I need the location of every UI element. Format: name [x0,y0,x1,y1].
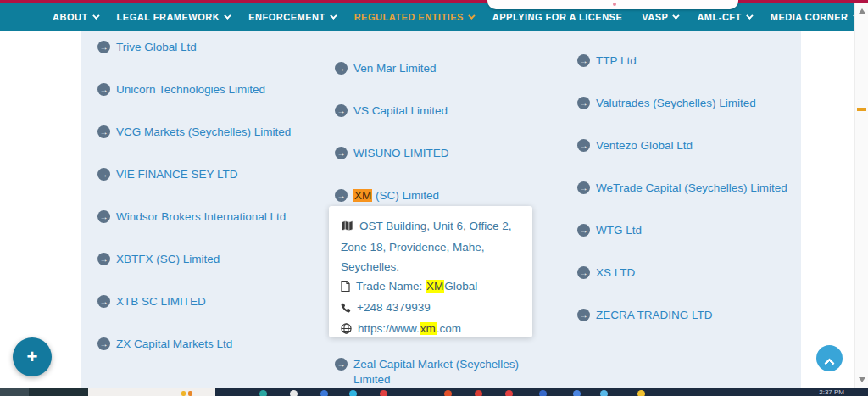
entity-link[interactable]: →XS LTD [577,265,801,281]
arrow-circle-icon: → [97,83,110,96]
arrow-circle-icon: → [97,210,110,223]
entity-name: VCG Markets (Seychelles) Limited [116,125,291,140]
taskbar-app-icon[interactable] [380,390,387,396]
arrow-circle-icon: → [335,62,348,75]
browser-scrollbar[interactable] [854,3,868,388]
entity-name: TTP Ltd [596,53,637,69]
entity-link[interactable]: →VIE FINANCE SEY LTD [97,167,333,182]
entity-name: XBTFX (SC) Limited [116,252,220,267]
entity-name: Windsor Brokers International Ltd [116,209,286,225]
nav-item-enforcement[interactable]: ENFORCEMENT [248,12,334,22]
taskbar-app-icons[interactable] [0,390,868,396]
entity-link[interactable]: →XBTFX (SC) Limited [97,252,333,267]
taskbar-app-icon[interactable] [600,390,608,396]
entity-link[interactable]: →WISUNO LIMITED [335,146,540,161]
scroll-to-top-button[interactable] [816,345,843,371]
entity-name: Valutrades (Seychelles) Limited [596,96,756,111]
taskbar-clock: 2:37 PM [819,388,844,396]
arrow-circle-icon: → [335,147,348,159]
chevron-down-icon [224,12,231,19]
detail-trade-row: Trade Name: XMGlobal [341,276,520,298]
entity-link[interactable]: →Zeal Capital Market (Seychelles) Limite… [335,357,540,388]
detail-phone-row: +248 4379939 [341,298,520,319]
entity-name: Ventezo Global Ltd [596,138,693,153]
arrow-circle-icon: → [335,358,348,371]
taskbar-app-icon[interactable] [320,390,328,396]
entity-link[interactable]: →WeTrade Capital (Seychelles) Limited [577,181,801,196]
taskbar-app-icon[interactable] [637,390,645,396]
nav-item-label: APPLYING FOR A LICENSE [492,12,622,22]
taskbar-app-icon[interactable] [444,390,452,396]
entity-name: VIE FINANCE SEY LTD [116,167,238,182]
entities-column-1: →Trive Global Ltd→Unicorn Technologies L… [97,31,333,379]
detail-phone[interactable]: +248 4379939 [357,301,431,314]
nav-item-applying-for-a-license[interactable]: APPLYING FOR A LICENSE [492,12,622,22]
detail-address-row: OST Building, Unit 6, Office 2, Zone 18,… [341,216,520,276]
map-icon [341,218,353,237]
entity-link[interactable]: →WTG Ltd [577,223,801,238]
arrow-circle-icon: → [97,253,110,265]
entities-panel: →Trive Global Ltd→Unicorn Technologies L… [81,31,801,388]
taskbar-app-icon[interactable] [349,390,357,396]
entity-link[interactable]: →TTP Ltd [577,53,801,69]
find-result-marker [857,108,866,111]
nav-item-media-corner[interactable]: MEDIA CORNER [771,12,858,22]
arrow-circle-icon: → [577,97,590,109]
entity-link[interactable]: →VS Capital Limited [335,103,540,119]
phone-icon [341,299,351,319]
floating-add-button[interactable]: + [13,337,52,376]
nav-item-label: ENFORCEMENT [248,12,325,22]
nav-item-vasp[interactable]: VASP [642,12,677,22]
arrow-circle-icon: → [335,189,348,202]
entity-name: Zeal Capital Market (Seychelles) Limited [353,357,540,388]
taskbar[interactable]: 2:37 PM [0,388,868,396]
detail-trade-highlight: XM [426,280,444,293]
entity-link[interactable]: →Ventezo Global Ltd [577,138,801,153]
scrollbar-up-arrow-icon[interactable] [859,8,865,14]
entity-name: ZX Capital Markets Ltd [116,337,232,352]
nav-item-about[interactable]: ABOUT [53,12,97,22]
taskbar-app-icon[interactable] [539,390,547,396]
arrow-circle-icon: → [577,181,590,194]
detail-url[interactable]: https://www.xm.com [358,322,461,335]
nav-item-legal-framework[interactable]: LEGAL FRAMEWORK [117,12,230,22]
nav-item-regulated-entities[interactable]: REGULATED ENTITIES [354,12,473,22]
chevron-down-icon [746,12,753,19]
nav-item-label: REGULATED ENTITIES [354,12,464,22]
arrow-circle-icon: → [97,295,110,308]
entity-name: Ven Mar Limited [353,61,437,76]
taskbar-app-icon[interactable] [573,390,581,396]
entity-link[interactable]: →VCG Markets (Seychelles) Limited [97,125,333,140]
globe-icon [341,321,352,340]
taskbar-app-icon[interactable] [505,390,513,396]
nav-item-label: LEGAL FRAMEWORK [117,12,220,22]
entity-link[interactable]: →ZECRA TRADING LTD [577,308,801,323]
arrow-circle-icon: → [577,139,590,152]
entity-name: XM (SC) Limited [353,188,439,204]
entity-link[interactable]: →Trive Global Ltd [97,40,333,55]
entity-name: XS LTD [596,265,635,281]
nav-item-label: VASP [642,12,668,22]
entity-link[interactable]: →Unicorn Technologies Limited [97,82,333,98]
entity-link[interactable]: →ZX Capital Markets Ltd [97,337,333,352]
scrollbar-down-arrow-icon[interactable] [859,377,865,382]
entity-name: Unicorn Technologies Limited [116,82,265,98]
taskbar-app-icon[interactable] [475,390,482,396]
entity-link[interactable]: →Valutrades (Seychelles) Limited [577,96,801,111]
nav-item-aml-cft[interactable]: AML-CFT [697,12,750,22]
chevron-up-icon [824,358,835,369]
chevron-down-icon [673,12,680,19]
taskbar-app-icon[interactable] [290,390,298,396]
nav-item-label: MEDIA CORNER [771,12,849,22]
entity-name: WISUNO LIMITED [353,146,449,161]
arrow-circle-icon: → [577,309,590,321]
taskbar-app-icon[interactable] [259,390,267,396]
nav-item-label: ABOUT [53,12,88,22]
arrow-circle-icon: → [97,125,110,138]
arrow-circle-icon: → [97,168,110,181]
entity-link[interactable]: →Ven Mar Limited [335,61,540,76]
entity-link[interactable]: →Windsor Brokers International Ltd [97,209,333,225]
entity-link[interactable]: →XTB SC LIMITED [97,294,333,310]
entity-name: ZECRA TRADING LTD [596,308,713,323]
entity-link[interactable]: →XM (SC) Limited [335,188,540,204]
